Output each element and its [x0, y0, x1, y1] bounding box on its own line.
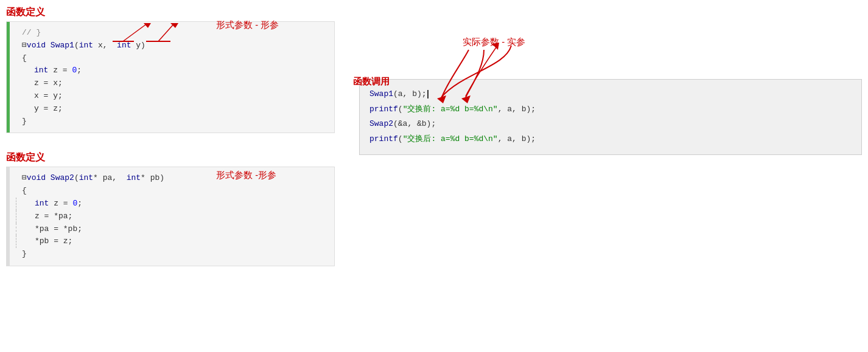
call-label: 函数调用	[353, 76, 390, 88]
main-container: 函数定义 // } ⊟void Swap1(int x, int y) { in…	[0, 0, 868, 352]
code-line-8: }	[16, 116, 328, 128]
right-code-line-1: Swap1(a, b);	[369, 87, 852, 102]
param-label: 实际参数 - 实参	[463, 36, 525, 48]
bottom-code-line-5: *pa = *pb;	[16, 223, 328, 236]
code-line-7: y = z;	[16, 103, 328, 116]
bottom-code-line-7: }	[16, 248, 328, 261]
code-line-1: // }	[16, 27, 328, 40]
bottom-code-line-4: z = *pa;	[16, 210, 328, 223]
left-panel: 函数定义 // } ⊟void Swap1(int x, int y) { in…	[0, 6, 341, 346]
code-line-5: z = x;	[16, 77, 328, 90]
right-code-block: Swap1(a, b); printf("交换前: a=%d b=%d\n", …	[359, 79, 862, 155]
green-bar-top	[7, 22, 10, 133]
top-section: 函数定义 // } ⊟void Swap1(int x, int y) { in…	[6, 6, 335, 133]
bottom-code-line-1: ⊟void Swap2(int* pa, int* pb)	[16, 172, 328, 185]
bottom-section: 函数定义 ⊟void Swap2(int* pa, int* pb) { int…	[6, 151, 335, 266]
bottom-code-inner: ⊟void Swap2(int* pa, int* pb) { int z = …	[10, 172, 328, 261]
top-annotation: 形式参数 - 形参	[216, 19, 279, 31]
green-bar-bottom	[7, 167, 10, 266]
bottom-code-block: ⊟void Swap2(int* pa, int* pb) { int z = …	[6, 167, 335, 266]
top-code-block: // } ⊟void Swap1(int x, int y) { int z =…	[6, 21, 335, 133]
bottom-code-line-2: {	[16, 185, 328, 198]
code-line-6: x = y;	[16, 90, 328, 103]
right-panel: 函数调用 实际参数 - 实参 Swap1(a, b); printf("交换前:…	[353, 6, 868, 346]
bottom-code-line-3: int z = 0;	[16, 198, 328, 210]
bottom-label: 函数定义	[6, 151, 335, 164]
bottom-annotation: 形式参数 -形参	[216, 170, 276, 181]
right-code-line-4: printf("交换后: a=%d b=%d\n", a, b);	[369, 132, 852, 147]
right-code-line-2: printf("交换前: a=%d b=%d\n", a, b);	[369, 102, 852, 117]
top-code-inner: // } ⊟void Swap1(int x, int y) { int z =…	[10, 27, 328, 128]
code-line-4: int z = 0;	[16, 64, 328, 77]
code-line-2: ⊟void Swap1(int x, int y)	[16, 40, 328, 52]
bottom-code-line-6: *pb = z;	[16, 235, 328, 248]
code-line-3: {	[16, 52, 328, 65]
top-label: 函数定义	[6, 6, 335, 19]
cursor	[427, 90, 429, 98]
right-code-line-3: Swap2(&a, &b);	[369, 117, 852, 132]
